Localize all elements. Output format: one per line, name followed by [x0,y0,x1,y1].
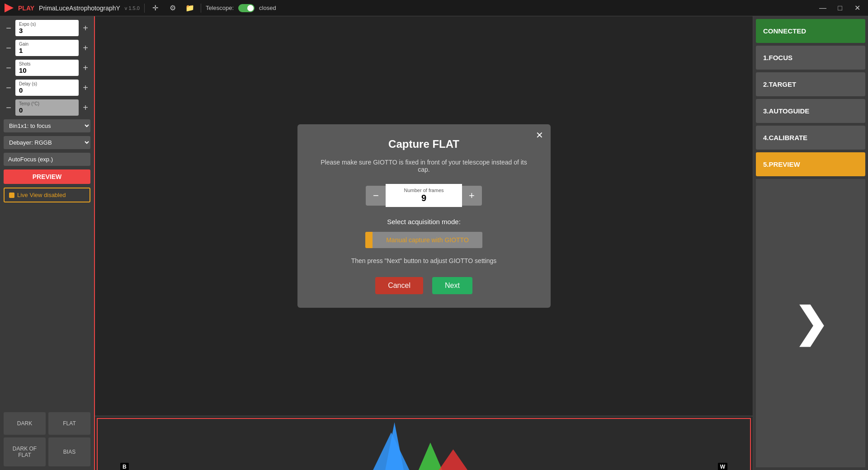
shots-value: 10 [19,66,75,74]
telescope-label: Telescope: [206,5,234,11]
delay-row: − Delay (s) 0 + [4,80,90,96]
maximize-button[interactable]: □ [834,2,846,14]
titlebar: PLAY PrimaLuceAstrophotographY v 1.5.0 ✛… [0,0,868,16]
cancel-button[interactable]: Cancel [375,277,423,294]
separator [144,4,145,13]
shots-plus-button[interactable]: + [80,63,90,73]
crosshair-icon[interactable]: ✛ [149,2,162,14]
close-button[interactable]: ✕ [851,2,863,14]
temp-minus-button[interactable]: − [4,103,14,113]
modal-close-button[interactable]: ✕ [536,130,543,141]
center-area: ✕ Capture FLAT Please make sure GIOTTO i… [95,16,753,470]
expo-minus-button[interactable]: − [4,23,14,33]
telescope-status: closed [259,5,276,11]
frames-row: − Number of frames 9 + [316,184,533,207]
hist-w-label: W [718,463,727,470]
mode-button[interactable]: Manual capture with GIOTTO [373,232,482,248]
right-panel: CONNECTED 1.FOCUS 2.TARGET 3.AUTOGUIDE 4… [753,16,868,470]
svg-marker-3 [437,449,469,470]
svg-marker-2 [417,442,443,470]
live-view-button[interactable]: Live View disabled [4,188,90,202]
delay-box: Delay (s) 0 [15,80,79,96]
modal-subtitle: Please make sure GIOTTO is fixed in fron… [316,159,533,173]
shots-row: − Shots 10 + [4,60,90,76]
modal-overlay: ✕ Capture FLAT Please make sure GIOTTO i… [95,16,753,416]
version-label: v 1.5.0 [125,5,140,11]
acq-mode-label: Select acquisition mode: [316,218,533,226]
next-arrow-icon[interactable]: ❯ [794,303,828,343]
connected-button[interactable]: CONNECTED [756,19,865,43]
expo-box: Expo (s) 3 [15,20,79,36]
minimize-button[interactable]: — [816,2,829,14]
temp-row: − Temp (°C) 0 + [4,99,90,116]
telescope-toggle[interactable] [238,4,255,12]
temp-label: Temp (°C) [19,101,75,106]
capture-flat-modal: ✕ Capture FLAT Please make sure GIOTTO i… [297,124,551,308]
bin-select-row: Bin1x1: to focus [4,119,90,132]
delay-value: 0 [19,86,75,94]
autoguide-button[interactable]: 3.AUTOGUIDE [756,99,865,123]
expo-plus-button[interactable]: + [80,23,90,33]
gain-box: Gain 1 [15,40,79,56]
histogram-area: B W [95,416,753,470]
expo-label: Expo (s) [19,22,75,27]
calib-grid: DARK FLAT DARK OF FLAT BIAS [4,412,90,466]
flat-button[interactable]: FLAT [48,412,90,435]
debayer-select[interactable]: Debayer: RGGB [4,136,90,149]
histogram-svg [98,419,750,470]
bias-button[interactable]: BIAS [48,437,90,466]
hist-b-label: B [120,463,129,470]
dark-button[interactable]: DARK [4,412,46,435]
live-view-label: Live View disabled [17,192,66,198]
main-layout: − Expo (s) 3 + − Gain 1 + − Shots 10 + [0,16,868,470]
bin-select[interactable]: Bin1x1: to focus [4,119,90,132]
hint-text: Then press "Next" button to adjust GIOTT… [316,257,533,264]
gain-row: − Gain 1 + [4,40,90,56]
modal-title: Capture FLAT [316,138,533,150]
debayer-select-row: Debayer: RGGB [4,136,90,149]
gain-plus-button[interactable]: + [80,43,90,53]
delay-minus-button[interactable]: − [4,83,14,93]
image-area: ✕ Capture FLAT Please make sure GIOTTO i… [95,16,753,416]
temp-box: Temp (°C) 0 [15,99,79,116]
modal-buttons: Cancel Next [316,277,533,294]
expo-row: − Expo (s) 3 + [4,20,90,36]
temp-plus-button[interactable]: + [80,103,90,113]
next-button[interactable]: Next [432,277,472,294]
frames-input-wrap: Number of frames 9 [386,184,462,207]
shots-box: Shots 10 [15,60,79,76]
gain-label: Gain [19,42,75,47]
frames-minus-button[interactable]: − [366,186,386,206]
mode-indicator [365,232,373,248]
separator2 [201,4,201,13]
temp-value: 0 [19,106,75,114]
histogram-bar: B W [97,418,751,470]
app-logo [5,4,14,13]
expo-value: 3 [19,27,75,34]
frames-plus-button[interactable]: + [462,186,482,206]
gain-minus-button[interactable]: − [4,43,14,53]
target-button[interactable]: 2.TARGET [756,72,865,96]
frames-value: 9 [421,193,426,203]
autofocus-button[interactable]: AutoFocus (exp.) [4,153,90,166]
live-view-dot [9,193,14,198]
dark-of-flat-button[interactable]: DARK OF FLAT [4,437,46,466]
left-panel: − Expo (s) 3 + − Gain 1 + − Shots 10 + [0,16,95,470]
calibrate-button[interactable]: 4.CALIBRATE [756,126,865,150]
app-name: PrimaLuceAstrophotographY [39,5,120,12]
shots-minus-button[interactable]: − [4,63,14,73]
preview-right-button[interactable]: 5.PREVIEW [756,152,865,176]
arrow-area: ❯ [756,179,865,467]
folder-icon[interactable]: 📁 [184,2,196,14]
delay-plus-button[interactable]: + [80,83,90,93]
delay-label: Delay (s) [19,81,75,86]
gain-value: 1 [19,47,75,54]
app-prefix: PLAY [18,5,34,12]
preview-button[interactable]: PREVIEW [4,169,90,184]
sliders-icon[interactable]: ⚙ [166,2,179,14]
shots-label: Shots [19,61,75,66]
frames-label: Number of frames [404,188,443,193]
focus-button[interactable]: 1.FOCUS [756,46,865,70]
mode-btn-wrap: Manual capture with GIOTTO [316,232,533,248]
